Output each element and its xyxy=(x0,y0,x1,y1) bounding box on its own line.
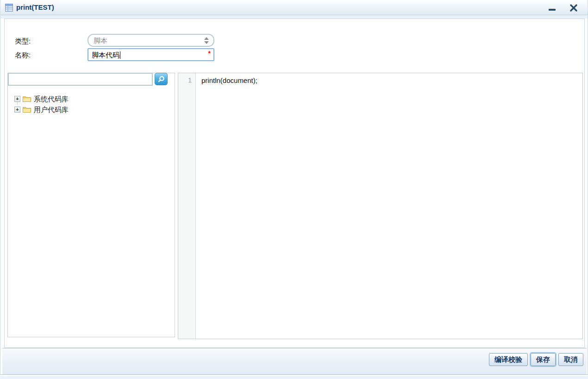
save-button[interactable]: 保存 xyxy=(531,353,556,366)
page-background-strip xyxy=(0,376,588,379)
dialog-title: print(TEST) xyxy=(16,3,54,11)
required-marker: * xyxy=(208,50,211,57)
search-input[interactable] xyxy=(8,73,153,86)
tree-node-system-library[interactable]: + 系统代码库 xyxy=(8,94,175,104)
dialog-body: 类型: 脚本 名称: 脚本代码 * xyxy=(4,19,585,348)
tree-node-label[interactable]: 用户代码库 xyxy=(34,106,69,114)
close-icon xyxy=(569,4,578,12)
tree-node-label[interactable]: 系统代码库 xyxy=(34,95,69,104)
code-line: println(document); xyxy=(196,73,582,84)
compile-verify-button[interactable]: 编译校验 xyxy=(489,353,528,366)
type-select[interactable]: 脚本 xyxy=(88,34,214,47)
folder-icon xyxy=(22,106,31,113)
name-label: 名称: xyxy=(15,51,31,60)
page-background: print(TEST) 类型: 脚本 名称: xyxy=(0,0,588,379)
type-label: 类型: xyxy=(15,37,31,46)
code-library-tree: + 系统代码库 + xyxy=(8,94,175,115)
spinner-arrows-icon[interactable] xyxy=(204,37,209,44)
text-caret xyxy=(120,51,120,59)
line-number: 1 xyxy=(178,73,195,84)
type-select-value: 脚本 xyxy=(94,37,107,45)
code-editor[interactable]: 1 println(document); xyxy=(178,73,583,339)
search-icon xyxy=(157,76,165,83)
dialog-footer: 编译校验 保存 取消 xyxy=(2,348,587,374)
tree-node-user-library[interactable]: + 用户代码库 xyxy=(8,104,175,115)
editor-code-area[interactable]: println(document); xyxy=(196,73,582,339)
minimize-button[interactable] xyxy=(546,2,557,13)
expand-plus-icon[interactable]: + xyxy=(14,96,20,102)
editor-gutter: 1 xyxy=(178,73,196,339)
expand-plus-icon[interactable]: + xyxy=(14,107,20,113)
close-button[interactable] xyxy=(568,2,579,13)
code-library-panel: + 系统代码库 + xyxy=(7,73,175,337)
name-input[interactable]: 脚本代码 * xyxy=(88,48,214,61)
table-icon xyxy=(5,4,13,12)
footer-button-group: 编译校验 保存 取消 xyxy=(489,353,583,366)
search-button[interactable] xyxy=(155,73,168,85)
minimize-icon xyxy=(549,9,556,11)
folder-icon xyxy=(22,95,31,102)
dialog-window: print(TEST) 类型: 脚本 名称: xyxy=(0,0,588,375)
cancel-button[interactable]: 取消 xyxy=(558,353,583,366)
name-input-value: 脚本代码 xyxy=(92,51,119,59)
dialog-titlebar: print(TEST) xyxy=(0,0,588,15)
